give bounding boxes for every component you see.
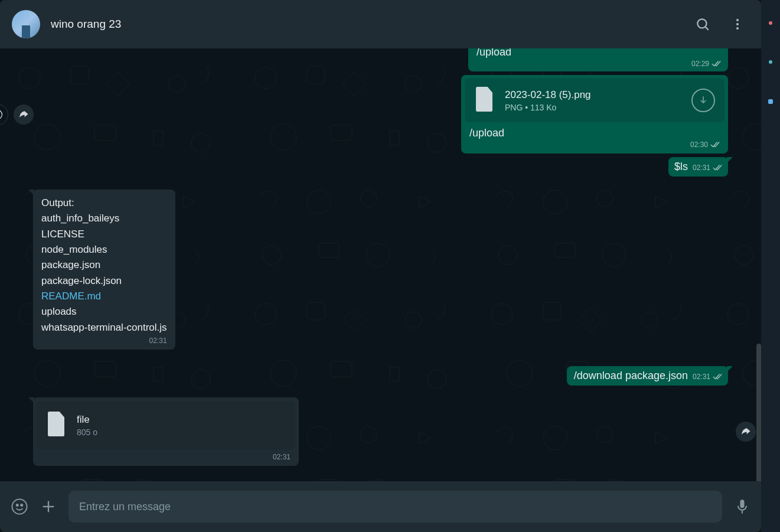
mic-icon[interactable] — [734, 498, 750, 515]
message-hover-actions — [0, 104, 34, 125]
file-icon — [474, 87, 494, 114]
file-size: 805 o — [77, 427, 286, 437]
message-out-file[interactable]: 2023-02-18 (5).png PNG • 113 Ko /upload … — [461, 75, 728, 154]
forward-icon[interactable] — [735, 421, 756, 442]
composer — [0, 481, 761, 532]
messages-pane[interactable]: /upload 02:29 — [0, 48, 761, 481]
emoji-icon[interactable] — [11, 498, 28, 515]
svg-point-4 — [736, 27, 739, 30]
message-time: 02:31 — [693, 164, 710, 172]
file-icon — [46, 412, 66, 439]
file-name: 2023-02-18 (5).png — [505, 89, 681, 101]
chat-title[interactable]: wino orang 23 — [51, 18, 695, 31]
svg-point-9 — [17, 504, 18, 506]
message-in[interactable]: Output: auth_info_baileys LICENSE node_m… — [33, 190, 175, 350]
file-meta: PNG • 113 Ko — [505, 103, 681, 112]
message-time: 02:31 — [149, 337, 167, 345]
file-attachment[interactable]: 2023-02-18 (5).png PNG • 113 Ko — [465, 79, 724, 122]
message-time: 02:30 — [690, 141, 708, 149]
search-icon[interactable] — [695, 17, 710, 32]
sidebar-indicator[interactable] — [769, 21, 772, 25]
sidebar-indicator[interactable] — [768, 99, 773, 104]
right-sidebar — [761, 0, 780, 532]
message-input-wrap[interactable] — [68, 491, 722, 523]
attach-icon[interactable] — [40, 498, 57, 515]
scrollbar-thumb[interactable] — [756, 344, 761, 481]
message-time: 02:31 — [273, 453, 291, 461]
forward-icon[interactable] — [13, 104, 34, 125]
message-out[interactable]: $ls 02:31 — [668, 157, 728, 177]
message-text: /download package.json — [574, 370, 688, 382]
message-input[interactable] — [79, 501, 712, 513]
file-attachment[interactable]: file 805 o — [37, 401, 295, 449]
emoji-react-icon[interactable] — [0, 104, 8, 125]
message-text: $ls — [674, 161, 688, 173]
svg-point-8 — [12, 500, 27, 514]
svg-point-2 — [736, 19, 739, 21]
svg-point-0 — [697, 19, 706, 28]
message-hover-actions — [735, 421, 756, 442]
message-out[interactable]: /download package.json 02:31 — [567, 366, 728, 386]
message-caption: /upload — [465, 126, 724, 139]
message-time: 02:29 — [691, 60, 709, 68]
read-receipt-icon — [712, 60, 722, 68]
file-name: file — [77, 414, 286, 426]
read-receipt-icon — [713, 164, 723, 172]
svg-line-1 — [706, 27, 709, 30]
read-receipt-icon — [713, 373, 723, 381]
menu-icon[interactable] — [730, 17, 745, 31]
message-in-file[interactable]: file 805 o 02:31 — [33, 397, 299, 466]
avatar[interactable] — [12, 10, 40, 38]
message-text: /upload — [475, 48, 722, 58]
message-time: 02:31 — [693, 373, 710, 381]
svg-point-10 — [21, 504, 22, 506]
read-receipt-icon — [710, 141, 721, 149]
svg-point-5 — [0, 110, 2, 119]
scrollbar[interactable] — [756, 344, 761, 481]
download-icon[interactable] — [691, 89, 715, 112]
chat-header: wino orang 23 — [0, 0, 761, 48]
sidebar-indicator[interactable] — [769, 60, 772, 64]
message-text: Output: auth_info_baileys LICENSE node_m… — [41, 195, 167, 335]
link[interactable]: README.md — [41, 291, 101, 302]
svg-point-3 — [736, 23, 739, 25]
message-out[interactable]: /upload 02:29 — [468, 48, 728, 71]
